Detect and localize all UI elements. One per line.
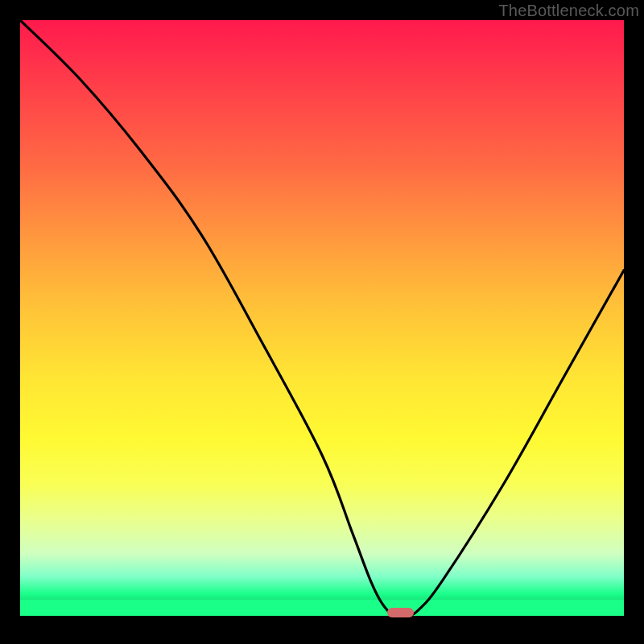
chart-frame [20, 20, 624, 624]
watermark-text: TheBottleneck.com [498, 2, 639, 20]
bottleneck-curve [20, 20, 624, 624]
optimal-marker [387, 608, 415, 617]
